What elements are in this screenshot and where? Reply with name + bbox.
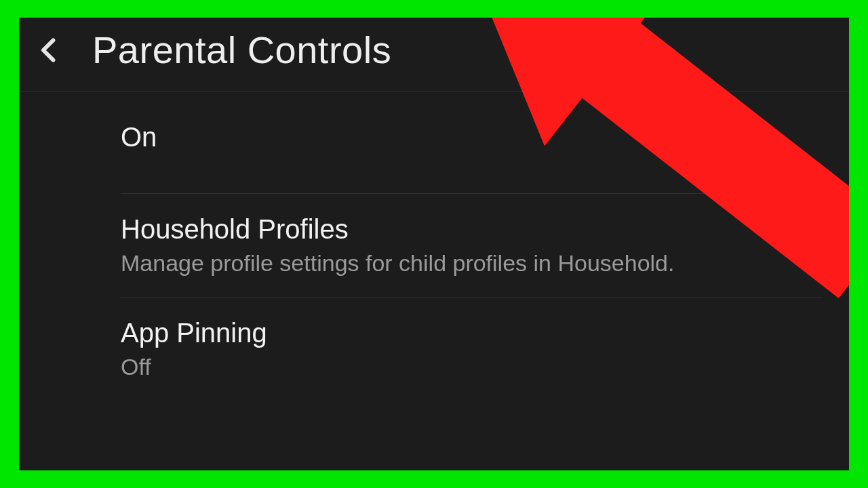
app-pinning-value: Off (121, 354, 822, 380)
household-title: Household Profiles (121, 214, 822, 245)
page-title: Parental Controls (92, 28, 391, 72)
status-label: On (121, 122, 822, 152)
row-household-profiles[interactable]: Household Profiles Manage profile settin… (121, 194, 822, 298)
row-status[interactable]: On (121, 92, 822, 194)
header-bar: Parental Controls (19, 18, 849, 92)
thumbnail-frame: Parental Controls On Household Profiles … (0, 0, 868, 488)
settings-list: On Household Profiles Manage profile set… (19, 92, 849, 387)
household-desc: Manage profile settings for child profil… (121, 250, 822, 277)
row-app-pinning[interactable]: App Pinning Off (121, 298, 822, 387)
settings-panel: Parental Controls On Household Profiles … (19, 18, 849, 470)
back-icon[interactable] (31, 32, 68, 68)
app-pinning-title: App Pinning (121, 318, 822, 348)
